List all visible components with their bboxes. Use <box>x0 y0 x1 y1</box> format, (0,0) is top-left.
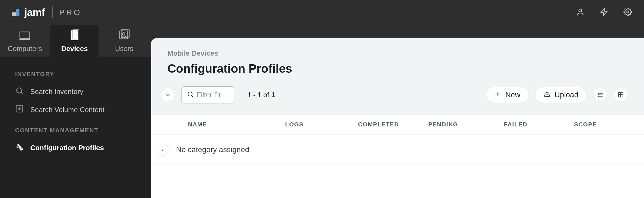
grid-view-button[interactable] <box>614 88 628 102</box>
gear-icon <box>15 143 24 153</box>
svg-rect-5 <box>20 32 30 38</box>
main-tabs: Computers Devices Users <box>0 25 151 57</box>
brand-divider <box>52 6 53 18</box>
svg-point-25 <box>598 96 599 96</box>
content: Mobile Devices Configuration Profiles 1 … <box>151 38 644 198</box>
svg-rect-6 <box>71 30 77 40</box>
column-header-name[interactable]: NAME <box>178 121 275 128</box>
sidebar-item-label: Configuration Profiles <box>30 144 104 152</box>
search-icon <box>15 86 24 97</box>
table-header: NAME LOGS COMPLETED PENDING FAILED SCOPE <box>151 114 644 135</box>
result-count: 1 - 1 of 1 <box>247 91 275 99</box>
upload-button[interactable]: Upload <box>535 87 587 103</box>
filter-input-wrapper[interactable] <box>181 86 234 103</box>
user-icon[interactable] <box>576 8 585 17</box>
toolbar: 1 - 1 of 1 New Upload <box>151 86 644 114</box>
tab-label: Computers <box>8 45 42 53</box>
upload-icon <box>544 90 551 99</box>
topbar: jamf PRO <box>0 0 644 25</box>
brand-suffix: PRO <box>59 8 82 17</box>
group-toggle-button[interactable] <box>157 144 168 156</box>
svg-marker-3 <box>601 8 607 16</box>
column-header-logs[interactable]: LOGS <box>275 121 348 128</box>
new-button-label: New <box>505 90 520 99</box>
sidebar-item-search-inventory[interactable]: Search Inventory <box>0 83 151 101</box>
sidebar-section-title: INVENTORY <box>0 63 151 83</box>
svg-rect-27 <box>619 93 621 95</box>
sidebar-item-configuration-profiles[interactable]: Configuration Profiles <box>0 139 151 157</box>
sidebar-item-label: Search Inventory <box>30 88 83 96</box>
sidebar-item-search-volume-content[interactable]: Search Volume Content <box>0 101 151 119</box>
sidebar-section-title: CONTENT MANAGEMENT <box>0 119 151 139</box>
svg-line-17 <box>192 96 193 97</box>
svg-rect-20 <box>545 95 549 97</box>
tab-label: Devices <box>61 45 88 53</box>
gear-icon[interactable] <box>623 8 632 17</box>
plus-icon <box>494 90 501 99</box>
filter-input[interactable] <box>197 91 226 99</box>
svg-point-10 <box>123 32 125 35</box>
bolt-icon[interactable] <box>600 8 608 17</box>
svg-rect-28 <box>621 93 623 95</box>
svg-point-14 <box>18 145 19 147</box>
breadcrumb: Mobile Devices <box>167 49 628 58</box>
search-icon <box>187 91 194 99</box>
sidebar: INVENTORY Search Inventory Search Volume… <box>0 57 151 198</box>
sidebar-item-label: Search Volume Content <box>30 106 104 114</box>
svg-rect-1 <box>16 9 19 16</box>
svg-rect-29 <box>619 95 621 97</box>
page-title: Configuration Profiles <box>167 62 628 75</box>
tab-label: Users <box>115 45 133 53</box>
list-view-button[interactable] <box>593 88 607 102</box>
download-icon <box>15 105 24 115</box>
svg-line-12 <box>21 92 23 94</box>
svg-rect-0 <box>12 12 16 16</box>
group-label: No category assigned <box>176 145 249 154</box>
new-button[interactable]: New <box>486 87 529 103</box>
tab-computers[interactable]: Computers <box>0 25 50 57</box>
table-body: No category assigned <box>151 135 644 165</box>
svg-point-4 <box>627 11 629 13</box>
svg-rect-30 <box>621 95 623 97</box>
svg-point-21 <box>598 93 599 93</box>
column-header-scope[interactable]: SCOPE <box>564 121 644 128</box>
svg-point-2 <box>579 9 582 12</box>
tab-users[interactable]: Users <box>99 25 149 57</box>
svg-point-23 <box>598 95 599 95</box>
tab-devices[interactable]: Devices <box>50 25 99 57</box>
group-row[interactable]: No category assigned <box>151 135 644 165</box>
content-header: Mobile Devices Configuration Profiles <box>151 38 644 86</box>
brand: jamf PRO <box>12 6 82 18</box>
column-header-failed[interactable]: FAILED <box>494 121 564 128</box>
brand-name: jamf <box>24 7 45 18</box>
svg-point-15 <box>21 148 22 149</box>
jamf-logo-icon <box>12 9 19 16</box>
column-header-completed[interactable]: COMPLETED <box>348 121 419 128</box>
column-header-pending[interactable]: PENDING <box>419 121 494 128</box>
expand-all-button[interactable] <box>161 88 175 102</box>
upload-button-label: Upload <box>554 90 578 99</box>
